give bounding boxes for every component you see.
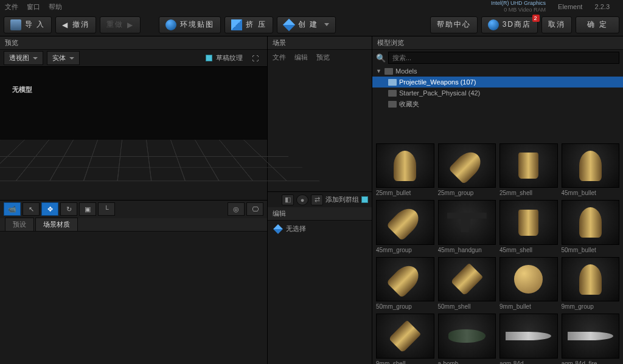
- scene-panel-header: 场景: [268, 36, 372, 50]
- extrude-button[interactable]: 挤 压: [224, 16, 273, 33]
- preview-panel-header: 预览: [0, 36, 267, 50]
- thumb-label: 50mm_group: [376, 303, 434, 310]
- menu-file[interactable]: 文件: [5, 2, 18, 12]
- folder-tree: ▼Models Projectile_Weapons (107) Starter…: [372, 66, 623, 109]
- edit-panel-body: [268, 237, 372, 364]
- help-center-button[interactable]: 帮助中心: [430, 16, 478, 33]
- tree-favorites[interactable]: 收藏夹: [372, 98, 623, 109]
- cube-icon: [283, 18, 295, 30]
- store-badge: 2: [532, 15, 540, 22]
- model-grid: 25mm_bullet25mm_group25mm_shell45mm_bull…: [372, 140, 623, 364]
- redo-button[interactable]: 重做▶: [100, 16, 141, 33]
- system-info: Intel(R) UHD Graphics 0 MB Video RAM: [491, 0, 546, 13]
- bottom-tabs: 预设 场景材质: [0, 218, 267, 232]
- monitor-tool[interactable]: 🖵: [246, 202, 263, 216]
- environment-button[interactable]: 环境贴图: [159, 16, 221, 33]
- browser-panel-header: 模型浏览: [372, 36, 623, 50]
- thumb-label: 25mm_shell: [499, 190, 558, 196]
- search-input[interactable]: [388, 52, 619, 64]
- scene-file[interactable]: 文件: [273, 53, 286, 62]
- group-checkbox[interactable]: [361, 196, 368, 203]
- model-thumb[interactable]: 45mm_group: [376, 200, 434, 253]
- link-button[interactable]: ⇄: [311, 194, 323, 205]
- model-thumb[interactable]: agm-84d_fire: [562, 314, 620, 364]
- tab-preset[interactable]: 预设: [5, 218, 34, 232]
- view-mode-dropdown[interactable]: 透视图: [4, 51, 43, 65]
- app-version: Element 2.2.3: [558, 3, 618, 10]
- thumb-label: 45mm_bullet: [562, 190, 620, 196]
- model-thumb[interactable]: 9mm_group: [562, 257, 620, 310]
- folder-icon: [388, 101, 397, 108]
- add-to-group-label: 添加到群组: [325, 195, 359, 204]
- search-icon: 🔍: [376, 53, 386, 63]
- redo-icon: ▶: [127, 21, 134, 29]
- thumb-label: 50mm_bullet: [562, 247, 620, 253]
- model-thumb[interactable]: 45mm_handgun: [438, 200, 496, 253]
- store-button[interactable]: 3D商店2: [481, 16, 538, 33]
- thumb-label: 45mm_group: [376, 247, 434, 253]
- model-thumb[interactable]: 50mm_shell: [438, 257, 496, 310]
- folder-icon: [10, 19, 21, 30]
- import-button[interactable]: 导 入: [4, 16, 52, 33]
- thumb-label: 9mm_group: [562, 303, 620, 310]
- preview-controls: 透视图 实体 草稿纹理 ⛶: [0, 50, 267, 67]
- tree-root[interactable]: ▼Models: [372, 66, 623, 77]
- tree-folder-selected[interactable]: Projectile_Weapons (107): [372, 77, 623, 88]
- vram-label: 0 MB Video RAM: [491, 7, 546, 13]
- model-thumb[interactable]: 45mm_shell: [499, 200, 558, 253]
- scene-edit[interactable]: 编辑: [294, 53, 308, 62]
- thumb-label: 45mm_handgun: [438, 247, 496, 253]
- model-thumb[interactable]: 25mm_shell: [499, 143, 558, 196]
- cube-icon: [273, 224, 283, 234]
- draft-label: 草稿纹理: [216, 53, 243, 63]
- tree-folder[interactable]: Starter_Pack_Physical (42): [372, 88, 623, 98]
- preview-viewport[interactable]: 无模型: [0, 67, 267, 200]
- create-button[interactable]: 创 建: [277, 16, 336, 33]
- move-tool[interactable]: ✥: [41, 202, 58, 216]
- thumb-label: 9mm_bullet: [499, 303, 558, 310]
- thumb-label: agm-84d: [499, 360, 558, 364]
- thumb-label: 9mm_shell: [376, 360, 434, 364]
- material-panel: [0, 232, 267, 365]
- transform-tools: 📹 ↖ ✥ ↻ ▣ └ ◎ 🖵: [0, 200, 267, 218]
- menu-help[interactable]: 帮助: [49, 2, 62, 12]
- sphere-button[interactable]: ●: [296, 194, 308, 205]
- model-thumb[interactable]: 9mm_shell: [376, 314, 434, 364]
- model-thumb[interactable]: 50mm_bullet: [562, 200, 620, 253]
- rotate-tool[interactable]: ↻: [60, 202, 77, 216]
- model-thumb[interactable]: agm-84d: [499, 314, 558, 364]
- folder-icon: [388, 90, 397, 97]
- viewport-status: 无模型: [12, 85, 32, 94]
- scale-tool[interactable]: ▣: [79, 202, 96, 216]
- menu-bar: 文件 窗口 帮助 Intel(R) UHD Graphics 0 MB Vide…: [0, 0, 623, 13]
- menu-window[interactable]: 窗口: [27, 2, 40, 12]
- model-thumb[interactable]: 25mm_bullet: [376, 143, 434, 196]
- scene-preview[interactable]: 预览: [316, 53, 330, 62]
- scene-submenu: 文件 编辑 预览: [268, 50, 372, 64]
- model-thumb[interactable]: a-bomb: [438, 314, 496, 364]
- thumb-label: a-bomb: [438, 360, 496, 364]
- axis-button[interactable]: ◧: [282, 194, 294, 205]
- model-thumb[interactable]: 45mm_bullet: [562, 143, 620, 196]
- thumb-label: agm-84d_fire: [562, 360, 620, 364]
- thumb-label: 45mm_shell: [499, 247, 558, 253]
- draft-checkbox[interactable]: [206, 55, 212, 61]
- model-thumb[interactable]: 9mm_bullet: [499, 257, 558, 310]
- undo-button[interactable]: ◀撤消: [55, 16, 96, 33]
- grid-floor: [0, 140, 320, 182]
- camera-tool[interactable]: 📹: [4, 202, 21, 216]
- anchor-tool[interactable]: └: [98, 202, 115, 216]
- globe-icon: [488, 19, 499, 30]
- target-tool[interactable]: ◎: [228, 202, 245, 216]
- model-thumb[interactable]: 50mm_group: [376, 257, 434, 310]
- ok-button[interactable]: 确 定: [576, 16, 619, 33]
- globe-icon: [165, 19, 176, 30]
- model-thumb[interactable]: 25mm_group: [438, 143, 496, 196]
- select-tool[interactable]: ↖: [23, 202, 40, 216]
- folder-icon: [388, 79, 397, 86]
- display-mode-dropdown[interactable]: 实体: [47, 51, 80, 65]
- thumb-label: 25mm_bullet: [376, 190, 434, 196]
- tab-scene-material[interactable]: 场景材质: [35, 218, 78, 232]
- cancel-button[interactable]: 取消: [541, 16, 572, 33]
- fullscreen-icon[interactable]: ⛶: [246, 52, 263, 65]
